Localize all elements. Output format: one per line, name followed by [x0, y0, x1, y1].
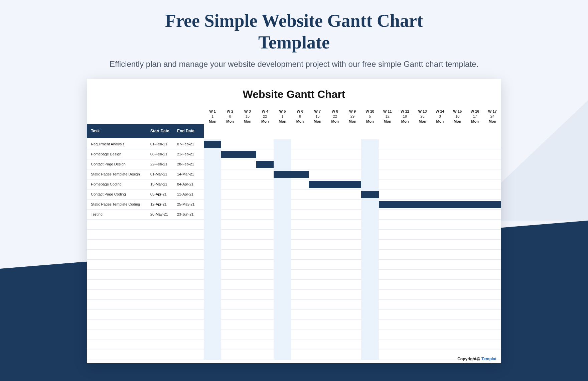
task-start: 26-May-21	[150, 212, 177, 216]
task-name: Testing	[87, 212, 150, 216]
week-day: Mon	[431, 119, 449, 124]
week-label: W 10	[361, 109, 379, 114]
week-label: W 13	[414, 109, 431, 114]
header-start: Start Date	[150, 124, 177, 138]
task-start: 22-Feb-21	[150, 162, 177, 166]
week-date: 5	[361, 114, 379, 119]
week-col-16: W 1617Mon	[466, 109, 483, 139]
week-label: W 1	[204, 109, 221, 114]
gantt-bar	[309, 181, 361, 188]
week-day: Mon	[239, 119, 256, 124]
task-end: 04-Apr-21	[177, 182, 204, 186]
week-day: Mon	[361, 119, 379, 124]
week-day: Mon	[221, 119, 239, 124]
header-task: Task	[87, 124, 150, 138]
week-day: Mon	[256, 119, 274, 124]
week-date: 17	[466, 114, 483, 119]
week-col-1: W 11Mon	[204, 109, 221, 139]
week-label: W 2	[221, 109, 239, 114]
week-date: 15	[309, 114, 326, 119]
week-date: 19	[396, 114, 414, 119]
week-day: Mon	[466, 119, 483, 124]
task-name: Requirment Analysis	[87, 142, 150, 146]
card-title: Website Gantt Chart	[87, 88, 501, 101]
week-day: Mon	[291, 119, 309, 124]
gantt-bar	[204, 141, 221, 148]
week-col-10: W 105Mon	[361, 109, 379, 139]
task-start: 12-Apr-21	[150, 202, 177, 206]
gantt-card: Website Gantt Chart Task Start Date End …	[87, 79, 501, 363]
week-label: W 3	[239, 109, 256, 114]
week-col-14: W 143Mon	[431, 109, 449, 139]
week-date: 26	[414, 114, 431, 119]
week-col-8: W 822Mon	[326, 109, 344, 139]
week-label: W 9	[344, 109, 361, 114]
week-label: W 15	[449, 109, 466, 114]
task-name: Contact Page Coding	[87, 192, 150, 196]
week-label: W 14	[431, 109, 449, 114]
week-date: 8	[291, 114, 309, 119]
week-col-13: W 1326Mon	[414, 109, 431, 139]
task-name: Contact Page Design	[87, 162, 150, 166]
week-date: 22	[256, 114, 274, 119]
week-date: 12	[379, 114, 396, 119]
week-label: W 16	[466, 109, 483, 114]
week-label: W 6	[291, 109, 309, 114]
week-date: 22	[326, 114, 344, 119]
week-day: Mon	[414, 119, 431, 124]
week-date: 15	[239, 114, 256, 119]
week-date: 10	[449, 114, 466, 119]
task-name: Static Pages Template Coding	[87, 202, 150, 206]
task-start: 08-Feb-21	[150, 152, 177, 156]
gantt-bar	[379, 201, 501, 208]
week-col-7: W 715Mon	[309, 109, 326, 139]
task-start: 01-Mar-21	[150, 172, 177, 176]
week-day: Mon	[379, 119, 396, 124]
week-col-15: W 1510Mon	[449, 109, 466, 139]
header-end: End Date	[177, 124, 204, 138]
week-header: W 11MonW 28MonW 315MonW 422MonW 51MonW 6…	[204, 109, 501, 139]
task-end: 25-May-21	[177, 202, 204, 206]
week-day: Mon	[484, 119, 501, 124]
task-start: 05-Apr-21	[150, 192, 177, 196]
page-title: Free Simple Website Gantt Chart Template	[144, 10, 444, 53]
highlight-col	[204, 139, 221, 360]
task-end: 28-Feb-21	[177, 162, 204, 166]
gantt-bar	[274, 171, 309, 178]
week-col-3: W 315Mon	[239, 109, 256, 139]
task-end: 21-Feb-21	[177, 152, 204, 156]
week-date: 8	[221, 114, 239, 119]
week-col-9: W 929Mon	[344, 109, 361, 139]
week-day: Mon	[326, 119, 344, 124]
week-day: Mon	[344, 119, 361, 124]
task-name: Homepage Design	[87, 152, 150, 156]
week-col-12: W 1219Mon	[396, 109, 414, 139]
task-end: 07-Feb-21	[177, 142, 204, 146]
week-day: Mon	[309, 119, 326, 124]
task-name: Homepage Coding	[87, 182, 150, 186]
week-date: 24	[484, 114, 501, 119]
week-day: Mon	[204, 119, 221, 124]
week-label: W 8	[326, 109, 344, 114]
task-start: 15-Mar-21	[150, 182, 177, 186]
gantt-body: Requirment Analysis01-Feb-2107-Feb-21Hom…	[87, 139, 501, 360]
week-col-6: W 68Mon	[291, 109, 309, 139]
week-label: W 4	[256, 109, 274, 114]
task-start: 01-Feb-21	[150, 142, 177, 146]
week-col-11: W 1112Mon	[379, 109, 396, 139]
week-day: Mon	[396, 119, 414, 124]
week-label: W 11	[379, 109, 396, 114]
task-name: Static Pages Template Design	[87, 172, 150, 176]
week-label: W 5	[274, 109, 291, 114]
week-label: W 12	[396, 109, 414, 114]
gantt-bar	[361, 191, 379, 198]
gantt-chart: Task Start Date End Date W 11MonW 28MonW…	[87, 109, 501, 360]
week-col-5: W 51Mon	[274, 109, 291, 139]
page-subtitle: Efficiently plan and manage your website…	[0, 59, 588, 69]
week-col-4: W 422Mon	[256, 109, 274, 139]
week-label: W 7	[309, 109, 326, 114]
week-date: 1	[274, 114, 291, 119]
week-label: W 17	[484, 109, 501, 114]
week-date: 29	[344, 114, 361, 119]
task-end: 14-Mar-21	[177, 172, 204, 176]
